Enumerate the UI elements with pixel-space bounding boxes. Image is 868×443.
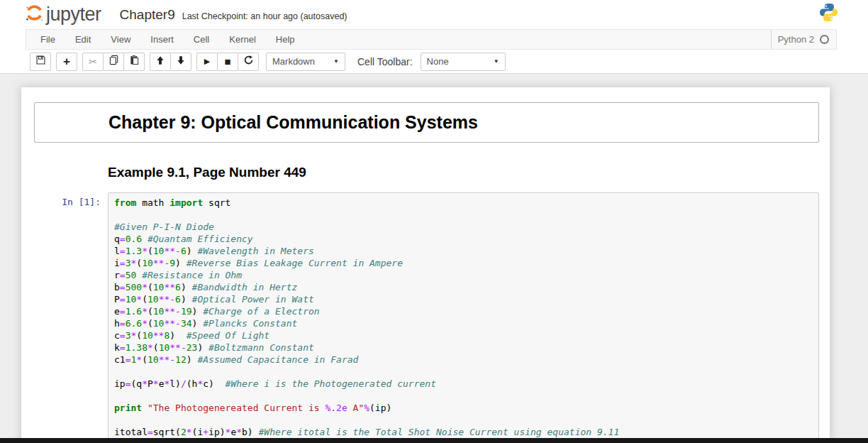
menu-kernel[interactable]: Kernel: [219, 30, 266, 49]
chapter-heading: Chapter 9: Optical Communication Systems: [108, 112, 478, 133]
save-button[interactable]: [30, 53, 51, 71]
chevron-down-icon: ▼: [333, 58, 339, 65]
menu-help[interactable]: Help: [266, 30, 305, 49]
cell-toolbar-value: None: [427, 56, 449, 67]
markdown-cell-chapter-title[interactable]: Chapter 9: Optical Communication Systems: [34, 102, 819, 143]
jupyter-logo-icon: [25, 4, 44, 26]
kernel-idle-icon: [820, 35, 829, 44]
menu-cell[interactable]: Cell: [184, 30, 219, 49]
kernel-name: Python 2: [778, 34, 814, 45]
kernel-indicator: Python 2: [771, 30, 836, 49]
move-cell-down-button[interactable]: [170, 53, 191, 71]
move-cell-up-button[interactable]: [150, 53, 171, 71]
kernel-separator: [771, 30, 772, 49]
menubar-row: File Edit View Insert Cell Kernel Help P…: [0, 29, 868, 50]
chevron-down-icon: ▼: [494, 58, 499, 65]
checkpoint-status: Last Checkpoint: an hour ago (autosaved): [182, 11, 347, 21]
restart-kernel-button[interactable]: [238, 53, 259, 71]
cell-toolbar-select[interactable]: None ▼: [421, 53, 506, 71]
notebook-page: Chapter 9: Optical Communication Systems…: [0, 74, 868, 443]
input-prompt: In [1]:: [34, 192, 108, 442]
arrow-down-icon: [176, 55, 186, 68]
stop-icon: ■: [224, 56, 230, 67]
save-icon: [35, 55, 46, 68]
jupyter-logo-text: jupyter: [46, 5, 101, 24]
jupyter-logo[interactable]: jupyter: [25, 4, 101, 26]
code-editor[interactable]: from math import sqrt #Given P-I-N Diode…: [108, 192, 819, 442]
arrow-up-icon: [155, 55, 165, 68]
copy-cell-button[interactable]: [103, 53, 124, 71]
menubar: File Edit View Insert Cell Kernel Help P…: [26, 29, 837, 50]
restart-icon: [243, 55, 254, 68]
insert-cell-button[interactable]: +: [56, 53, 77, 71]
menu-view[interactable]: View: [101, 30, 140, 49]
run-cell-button[interactable]: ▶: [196, 53, 218, 71]
example-heading: Example 9.1, Page Number 449: [108, 165, 819, 180]
markdown-cell-example-title[interactable]: Example 9.1, Page Number 449: [34, 165, 819, 180]
plus-icon: +: [63, 55, 70, 67]
play-icon: ▶: [204, 58, 210, 65]
menu-file[interactable]: File: [30, 30, 65, 49]
interrupt-kernel-button[interactable]: ■: [217, 53, 238, 71]
cell-toolbar-label: Cell Toolbar:: [357, 56, 413, 67]
paste-cell-button[interactable]: [123, 53, 145, 71]
notebook-toolbar: + ✂: [0, 50, 868, 74]
clipboard-icon: [129, 55, 140, 68]
cell-type-select[interactable]: Markdown ▼: [266, 53, 345, 71]
window-bottom-edge: [0, 438, 868, 443]
notebook-header: jupyter Chapter9 Last Checkpoint: an hou…: [0, 0, 868, 29]
menu-edit[interactable]: Edit: [65, 30, 101, 49]
notebook-title[interactable]: Chapter9: [120, 7, 175, 23]
copy-icon: [108, 55, 119, 68]
notebook-container: Chapter 9: Optical Communication Systems…: [21, 87, 830, 443]
cut-cell-button[interactable]: ✂: [82, 53, 104, 71]
scissors-icon: ✂: [89, 57, 97, 67]
cell-type-value: Markdown: [272, 56, 315, 67]
code-cell: In [1]: from math import sqrt #Given P-I…: [34, 192, 819, 442]
menu-insert[interactable]: Insert: [140, 30, 184, 49]
python-kernel-logo-icon: [819, 3, 838, 25]
